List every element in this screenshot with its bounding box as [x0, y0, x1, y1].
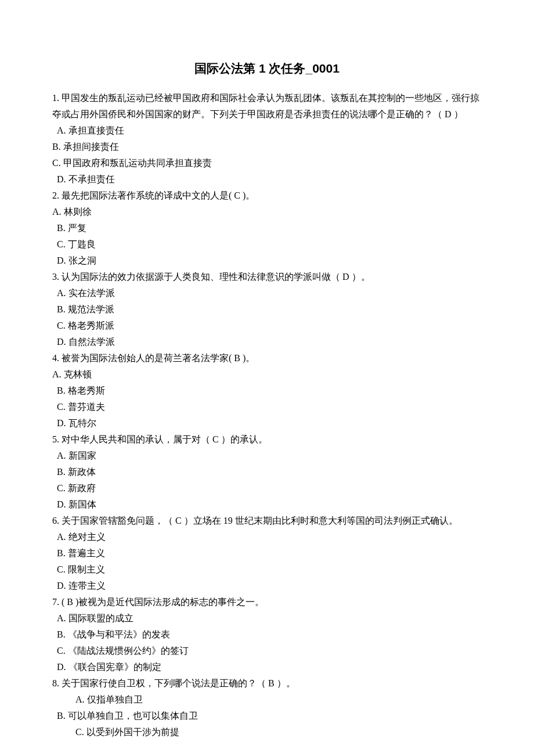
answer-option: C. 限制主义 [52, 561, 482, 578]
answer-option: C. 以受到外国干涉为前提 [52, 724, 482, 740]
answer-option: C. 《陆战法规惯例公约》的签订 [52, 643, 482, 659]
answer-option: A. 实在法学派 [52, 285, 482, 301]
answer-option: C. 丁韪良 [52, 236, 482, 253]
answer-option: C. 甲国政府和叛乱运动共同承担直接责 [52, 155, 482, 171]
question-list: 1. 甲国发生的叛乱运动已经被甲国政府和国际社会承认为叛乱团体。该叛乱在其控制的… [52, 90, 482, 740]
answer-option: D. 张之洞 [52, 253, 482, 269]
question-stem: 7. ( B )被视为是近代国际法形成的标志的事件之一。 [52, 594, 482, 610]
answer-option: B. 新政体 [52, 464, 482, 480]
answer-option: D. 连带主义 [52, 578, 482, 594]
answer-option: C. 普芬道夫 [52, 399, 482, 415]
answer-option: B. 格老秀斯 [52, 383, 482, 399]
answer-option: B. 普遍主义 [52, 545, 482, 561]
question-stem: 4. 被誉为国际法创始人的是荷兰著名法学家( B )。 [52, 350, 482, 366]
answer-option: C. 格老秀斯派 [52, 318, 482, 334]
answer-option: B. 承担间接责任 [52, 139, 482, 155]
answer-option: B. 《战争与和平法》的发表 [52, 627, 482, 643]
answer-option: A. 仅指单独自卫 [52, 692, 482, 708]
answer-option: B. 可以单独自卫，也可以集体自卫 [52, 708, 482, 724]
answer-option: A. 绝对主义 [52, 529, 482, 545]
answer-option: A. 林则徐 [52, 204, 482, 220]
answer-option: A. 国际联盟的成立 [52, 610, 482, 627]
answer-option: C. 新政府 [52, 480, 482, 496]
answer-option: A. 克林顿 [52, 366, 482, 383]
answer-option: D. 自然法学派 [52, 334, 482, 350]
answer-option: A. 承担直接责任 [52, 123, 482, 139]
question-stem: 8. 关于国家行使自卫权，下列哪个说法是正确的？（ B ）。 [52, 675, 482, 692]
answer-option: D. 不承担责任 [52, 171, 482, 188]
question-stem: 1. 甲国发生的叛乱运动已经被甲国政府和国际社会承认为叛乱团体。该叛乱在其控制的… [52, 90, 482, 123]
answer-option: D. 新国体 [52, 496, 482, 513]
answer-option: B. 严复 [52, 220, 482, 236]
answer-option: B. 规范法学派 [52, 301, 482, 318]
question-stem: 5. 对中华人民共和国的承认，属于对（ C ）的承认。 [52, 431, 482, 448]
question-stem: 3. 认为国际法的效力依据源于人类良知、理性和法律意识的学派叫做（ D ）。 [52, 269, 482, 285]
page-title: 国际公法第 1 次任务_0001 [52, 58, 482, 80]
question-stem: 2. 最先把国际法著作系统的译成中文的人是( C )。 [52, 188, 482, 204]
answer-option: D. 瓦特尔 [52, 415, 482, 431]
question-stem: 6. 关于国家管辖豁免问题，（ C ）立场在 19 世纪末期由比利时和意大利等国… [52, 513, 482, 529]
answer-option: A. 新国家 [52, 448, 482, 464]
answer-option: D. 《联合国宪章》的制定 [52, 659, 482, 675]
